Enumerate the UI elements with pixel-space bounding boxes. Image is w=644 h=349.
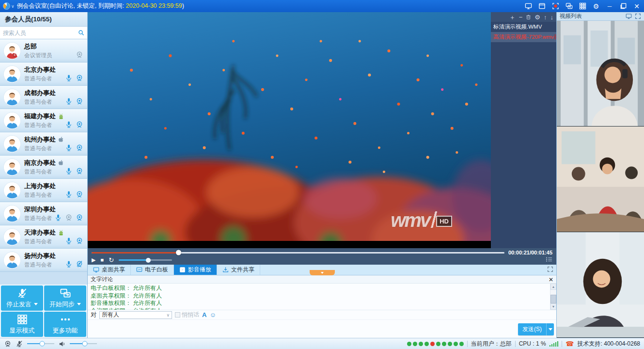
emoji-button[interactable]: ☺ <box>209 312 216 318</box>
cascade-screens-icon[interactable] <box>565 2 573 11</box>
microphone-icon[interactable] <box>65 237 73 245</box>
send-options-caret[interactable] <box>546 323 554 335</box>
checkbox-icon[interactable] <box>175 312 180 317</box>
play-button[interactable]: ▶ <box>92 257 95 263</box>
dropdown-caret-icon[interactable] <box>34 303 38 305</box>
microphone-icon[interactable] <box>65 190 73 198</box>
video-player-screen[interactable]: wmvHD <box>88 12 491 248</box>
playlist-item-selected[interactable]: 高清演示视频-720P.wmv 删除 <box>491 32 556 42</box>
volume-thumb[interactable] <box>146 258 151 263</box>
slider-thumb[interactable] <box>82 341 87 347</box>
microphone-icon[interactable] <box>54 214 62 222</box>
participant-row[interactable]: 杭州办事处 普通与会者 <box>0 132 87 156</box>
participant-row[interactable]: 深圳办事处 普通与会者 <box>0 202 87 225</box>
chat-close-icon[interactable]: ✕ <box>549 277 553 283</box>
tab-whiteboard[interactable]: 电子白板 <box>131 265 174 275</box>
collapse-pill[interactable] <box>310 270 335 275</box>
more-features-button[interactable]: 更多功能 <box>44 312 86 337</box>
tab-file-share[interactable]: 文件共享 <box>217 265 260 275</box>
stop-button[interactable]: ■ <box>100 257 104 263</box>
participant-row[interactable]: 北京办事处 普通与会者 <box>0 63 87 86</box>
chat-message-input[interactable] <box>88 320 556 338</box>
volume-slider[interactable] <box>119 259 172 261</box>
display-mode-button[interactable]: 显示模式 <box>1 312 43 337</box>
fullscreen-expand-icon[interactable] <box>547 266 553 274</box>
camera-icon[interactable] <box>76 97 83 105</box>
grid-layout-icon[interactable] <box>578 2 587 11</box>
microphone-icon[interactable] <box>65 260 73 268</box>
close-button[interactable]: ✕ <box>632 2 641 11</box>
chat-scrollbar[interactable]: ▲ ▼ <box>550 284 556 310</box>
participant-row[interactable]: 上海办事处 普通与会者 <box>0 179 87 202</box>
playlist-move-down-icon[interactable]: ↓ <box>550 14 554 20</box>
speaker-volume-slider[interactable] <box>70 343 97 344</box>
camera-icon[interactable] <box>76 74 83 82</box>
seek-bar[interactable] <box>92 252 504 254</box>
playback-time: 00:00:21/00:01:45 <box>508 250 552 255</box>
scroll-down-icon[interactable]: ▼ <box>550 303 556 310</box>
camera-inactive-icon[interactable] <box>65 214 73 222</box>
playlist-item[interactable]: 标清演示视频.WMV <box>491 22 556 32</box>
playlist-move-up-icon[interactable]: ↑ <box>544 14 547 20</box>
camera-icon[interactable] <box>76 51 83 59</box>
search-icon[interactable] <box>78 29 84 36</box>
maximize-button[interactable] <box>619 2 628 11</box>
stop-speaking-button[interactable]: 停止发言 <box>1 286 43 311</box>
start-sync-button[interactable]: 开始同步 <box>44 286 86 311</box>
search-input[interactable] <box>3 30 78 36</box>
screen-share-icon[interactable] <box>524 2 533 11</box>
playlist-trash-icon[interactable] <box>526 14 531 20</box>
camera-icon[interactable] <box>76 144 83 152</box>
seek-thumb[interactable] <box>176 250 181 255</box>
microphone-icon[interactable] <box>65 121 73 128</box>
camera-icon[interactable] <box>76 237 83 245</box>
microphone-icon[interactable] <box>65 97 73 105</box>
video-thumbnail-3[interactable] <box>557 232 644 338</box>
dropdown-caret-icon[interactable] <box>77 303 81 305</box>
mic-muted-status-icon[interactable] <box>16 340 23 348</box>
playlist-toggle-icon[interactable] <box>546 256 552 264</box>
microphone-icon[interactable] <box>65 74 73 82</box>
video-display-icon[interactable] <box>626 13 632 19</box>
playlist-add-icon[interactable]: ＋ <box>509 14 516 20</box>
recipient-select[interactable]: 所有人∨ <box>99 311 172 319</box>
microphone-icon[interactable] <box>65 167 73 175</box>
scroll-thumb[interactable] <box>550 295 556 303</box>
participant-row[interactable]: 南京办事处 普通与会者 <box>0 156 87 179</box>
camera-slash-icon[interactable] <box>76 260 83 268</box>
mic-volume-slider[interactable] <box>27 343 54 344</box>
playlist-remove-icon[interactable]: − <box>519 14 523 20</box>
settings-gear-icon[interactable]: ⚙ <box>592 2 600 11</box>
video-thumbnail-2[interactable] <box>557 127 644 232</box>
speaker-icon[interactable] <box>58 340 66 348</box>
whiteboard-icon <box>136 267 142 273</box>
send-button[interactable]: 发送(S) <box>518 323 546 335</box>
app-menu-caret-icon[interactable]: ∨ <box>11 4 15 9</box>
participant-row[interactable]: 成都办事处 普通与会者 <box>0 86 87 109</box>
camera-status-icon[interactable] <box>4 340 12 348</box>
video-expand-icon[interactable] <box>635 13 641 19</box>
slider-thumb[interactable] <box>39 341 45 347</box>
participant-row[interactable]: 扬州办事处 普通与会者 <box>0 249 87 272</box>
playlist-settings-icon[interactable]: ⚙ <box>534 14 540 20</box>
participant-row[interactable]: 天津办事处 普通与会者 <box>0 225 87 249</box>
scroll-up-icon[interactable]: ▲ <box>550 284 556 290</box>
window-layout-icon[interactable] <box>537 2 546 11</box>
participant-row[interactable]: 福建办事处 普通与会者 <box>0 109 87 132</box>
camera-icon[interactable] <box>76 121 83 128</box>
tab-desktop-share[interactable]: 桌面共享 <box>88 265 131 275</box>
camera-icon[interactable] <box>76 190 83 198</box>
minimize-button[interactable]: ─ <box>605 2 614 11</box>
record-icon[interactable] <box>551 2 560 11</box>
camera-icon[interactable] <box>76 167 83 175</box>
participant-row[interactable]: 总部 会议管理员 <box>0 39 87 63</box>
font-style-button[interactable]: A <box>202 311 206 318</box>
sync-screens-icon <box>60 288 71 299</box>
camera-icon[interactable] <box>76 214 83 222</box>
video-thumbnail-1[interactable] <box>557 21 644 127</box>
whisper-checkbox[interactable]: 悄悄话 <box>175 311 199 319</box>
tab-media-playback[interactable]: 影音播放 <box>174 265 217 275</box>
participant-name: 扬州办事处 <box>24 252 84 260</box>
microphone-icon[interactable] <box>65 144 73 152</box>
loop-button[interactable]: ↻ <box>109 257 114 263</box>
